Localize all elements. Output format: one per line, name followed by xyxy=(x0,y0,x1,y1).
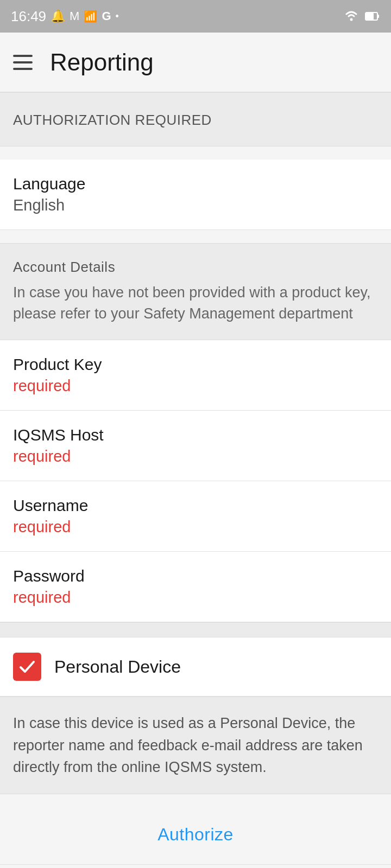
status-bar-left: 16:49 🔔 M 📶 G • xyxy=(11,8,119,25)
google-icon: G xyxy=(102,9,111,23)
authorization-header-text: AUTHORIZATION REQUIRED xyxy=(13,112,212,128)
password-row[interactable]: Password required xyxy=(0,552,391,622)
personal-device-info: In case this device is used as a Persona… xyxy=(0,697,391,794)
iqsms-host-value: required xyxy=(13,448,378,465)
battery-icon xyxy=(365,8,380,25)
dot-icon: • xyxy=(116,11,119,22)
hamburger-line-1 xyxy=(13,55,33,57)
checkmark-icon xyxy=(18,658,36,676)
iqsms-host-row[interactable]: IQSMS Host required xyxy=(0,411,391,481)
username-value: required xyxy=(13,518,378,536)
wifi-icon xyxy=(343,8,360,25)
sim-icon: 📶 xyxy=(84,10,97,23)
account-details-section: Account Details In case you have not bee… xyxy=(0,243,391,340)
page-title: Reporting xyxy=(50,49,154,76)
iqsms-host-label: IQSMS Host xyxy=(13,426,378,444)
status-bar: 16:49 🔔 M 📶 G • xyxy=(0,0,391,33)
language-row[interactable]: Language English xyxy=(0,159,391,230)
product-key-label: Product Key xyxy=(13,355,378,374)
hamburger-line-3 xyxy=(13,68,33,70)
username-label: Username xyxy=(13,496,378,515)
password-value: required xyxy=(13,589,378,607)
personal-device-checkbox[interactable] xyxy=(13,653,41,681)
svg-point-0 xyxy=(350,18,353,21)
time-display: 16:49 xyxy=(11,8,46,25)
svg-rect-3 xyxy=(366,13,374,20)
hamburger-menu-button[interactable] xyxy=(13,55,33,70)
language-value: English xyxy=(13,196,378,214)
spacer-4 xyxy=(0,865,391,868)
personal-device-label: Personal Device xyxy=(54,657,181,677)
spacer-1 xyxy=(0,146,391,159)
authorize-row: Authorize xyxy=(0,805,391,865)
product-key-row[interactable]: Product Key required xyxy=(0,340,391,411)
password-label: Password xyxy=(13,567,378,585)
notification-icon: 🔔 xyxy=(51,9,65,23)
spacer-2 xyxy=(0,230,391,243)
section-divider xyxy=(0,622,391,637)
username-row[interactable]: Username required xyxy=(0,481,391,552)
svg-rect-2 xyxy=(377,15,379,18)
language-label: Language xyxy=(13,175,378,193)
product-key-value: required xyxy=(13,377,378,395)
status-bar-right xyxy=(343,8,380,25)
personal-device-row[interactable]: Personal Device xyxy=(0,637,391,697)
mail-icon: M xyxy=(70,9,79,23)
app-bar: Reporting xyxy=(0,33,391,92)
hamburger-line-2 xyxy=(13,61,33,63)
spacer-3 xyxy=(0,794,391,805)
authorize-button[interactable]: Authorize xyxy=(157,825,234,845)
personal-device-info-text: In case this device is used as a Persona… xyxy=(13,715,363,775)
account-details-description: In case you have not been provided with … xyxy=(13,282,378,324)
account-details-title: Account Details xyxy=(13,259,378,276)
authorization-section-header: AUTHORIZATION REQUIRED xyxy=(0,92,391,146)
